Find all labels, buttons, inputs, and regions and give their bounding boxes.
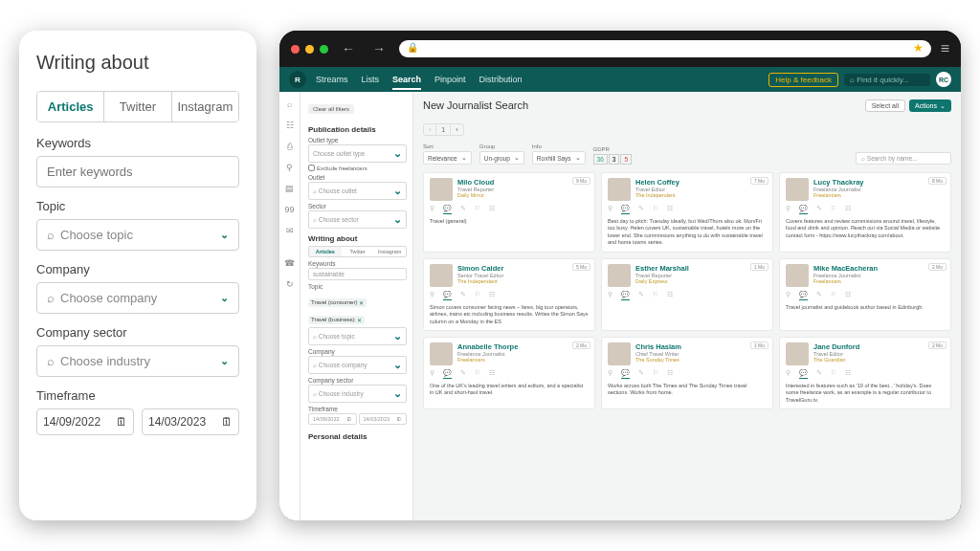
search-by-name-input[interactable]: ⌕ Search by name...: [856, 152, 951, 165]
actions-button[interactable]: Actions⌄: [909, 99, 951, 112]
journalist-card[interactable]: 1 MoEsther MarshallTravel ReporterDaily …: [601, 258, 773, 331]
journalist-outlet[interactable]: Freelancers: [457, 357, 518, 363]
chat-icon[interactable]: 💬: [443, 369, 452, 379]
close-window[interactable]: [291, 45, 300, 54]
mini-tab-articles[interactable]: Articles: [309, 247, 342, 256]
grid-icon[interactable]: ☷: [845, 291, 851, 300]
grid-icon[interactable]: ☷: [667, 205, 673, 214]
chat-icon[interactable]: 💬: [621, 369, 630, 379]
journalist-outlet[interactable]: Daily Mirror: [457, 192, 494, 198]
mini-tab-twitter[interactable]: Twitter: [342, 247, 374, 256]
pager-next[interactable]: ›: [451, 124, 462, 135]
checkbox-input[interactable]: [308, 165, 315, 171]
keywords-input[interactable]: [36, 156, 239, 187]
profile-icon[interactable]: ⚲: [608, 291, 612, 300]
journalist-card[interactable]: 2 MoAnnabelle ThorpeFreelance Journalist…: [423, 337, 595, 409]
journalist-card[interactable]: 7 MoHelen CoffeyTravel EditorThe Indepen…: [601, 172, 773, 253]
nav-distribution[interactable]: Distribution: [479, 69, 523, 90]
flag-icon[interactable]: ⚐: [475, 205, 480, 214]
journalist-outlet[interactable]: The Guardian: [813, 357, 859, 363]
tab-instagram[interactable]: Instagram: [171, 92, 238, 121]
company-select[interactable]: ⌕Choose company⌄: [36, 282, 239, 314]
profile-icon[interactable]: ⚲: [430, 205, 434, 214]
edit-icon[interactable]: ✎: [460, 369, 466, 379]
grid-icon[interactable]: ☷: [489, 369, 495, 379]
rail-grid-icon[interactable]: ☷: [286, 121, 294, 130]
profile-icon[interactable]: ⚲: [608, 205, 612, 214]
sidebar-date-from[interactable]: 14/09/2022🗓: [308, 413, 357, 425]
profile-icon[interactable]: ⚲: [786, 291, 791, 300]
quick-search-input[interactable]: ⌕ Find it quickly...: [844, 74, 930, 86]
grid-icon[interactable]: ☷: [489, 291, 495, 300]
journalist-name[interactable]: Simon Calder: [457, 264, 503, 273]
rail-refresh-icon[interactable]: ↻: [286, 279, 294, 289]
edit-icon[interactable]: ✎: [816, 291, 822, 300]
journalist-card[interactable]: 2 MoJane DunfordTravel EditorThe Guardia…: [779, 337, 951, 409]
date-from-input[interactable]: 14/09/2022🗓: [36, 408, 134, 435]
remove-tag-icon[interactable]: ✕: [359, 299, 364, 306]
chat-icon[interactable]: 💬: [799, 205, 808, 214]
rail-mail-icon[interactable]: ✉: [286, 226, 294, 235]
remove-tag-icon[interactable]: ✕: [357, 317, 362, 323]
journalist-card[interactable]: 5 MoSimon CalderSenior Travel EditorThe …: [423, 258, 595, 331]
url-bar[interactable]: 🔒 ★: [399, 40, 931, 57]
edit-icon[interactable]: ✎: [460, 291, 466, 300]
journalist-card[interactable]: 8 MoLucy ThackrayFreelance JournalistFre…: [779, 172, 951, 253]
edit-icon[interactable]: ✎: [460, 205, 466, 214]
grid-icon[interactable]: ☷: [489, 205, 495, 214]
browser-menu[interactable]: ≡: [941, 40, 949, 57]
select-all-button[interactable]: Select all: [865, 99, 905, 112]
profile-icon[interactable]: ⚲: [786, 205, 791, 214]
minimize-window[interactable]: [305, 45, 314, 54]
grid-icon[interactable]: ☷: [667, 369, 673, 379]
rail-count-icon[interactable]: 99: [284, 205, 294, 214]
group-select[interactable]: Un-group⌄: [479, 151, 524, 165]
browser-back[interactable]: ←: [338, 41, 359, 56]
flag-icon[interactable]: ⚐: [653, 369, 658, 379]
edit-icon[interactable]: ✎: [816, 369, 822, 379]
profile-icon[interactable]: ⚲: [430, 291, 434, 300]
journalist-card[interactable]: 2 MoMike MacEacheranFreelance Journalist…: [779, 258, 951, 331]
nav-pinpoint[interactable]: Pinpoint: [434, 69, 466, 90]
tab-twitter[interactable]: Twitter: [103, 92, 170, 121]
tab-articles[interactable]: Articles: [37, 92, 103, 121]
journalist-name[interactable]: Milo Cloud: [457, 178, 494, 187]
user-avatar[interactable]: RC: [936, 72, 951, 87]
journalist-outlet[interactable]: The Independent: [635, 192, 679, 198]
star-icon[interactable]: ★: [913, 41, 924, 55]
outlet-type-select[interactable]: Choose outlet type⌄: [308, 144, 407, 163]
clear-filters-button[interactable]: Clear all filters: [308, 104, 354, 114]
journalist-name[interactable]: Esther Marshall: [635, 264, 689, 273]
sort-select[interactable]: Relevance⌄: [423, 151, 472, 165]
gdpr-ok[interactable]: 36: [593, 154, 608, 165]
edit-icon[interactable]: ✎: [816, 205, 822, 214]
grid-icon[interactable]: ☷: [667, 291, 673, 300]
chat-icon[interactable]: 💬: [799, 369, 808, 379]
rail-list-icon[interactable]: ▤: [285, 184, 294, 193]
journalist-name[interactable]: Annabelle Thorpe: [457, 342, 518, 351]
gdpr-denied[interactable]: 5: [620, 154, 632, 165]
rail-search-icon[interactable]: ⌕: [287, 99, 292, 109]
brand-logo[interactable]: R: [289, 71, 306, 88]
nav-streams[interactable]: Streams: [316, 69, 348, 90]
flag-icon[interactable]: ⚐: [653, 205, 658, 214]
journalist-outlet[interactable]: Daily Express: [635, 278, 689, 284]
sidebar-sector-select[interactable]: ⌕ Choose sector⌄: [308, 210, 407, 229]
gdpr-pending[interactable]: 3: [609, 154, 620, 165]
journalist-outlet[interactable]: The Independent: [457, 278, 503, 284]
edit-icon[interactable]: ✎: [638, 369, 644, 379]
edit-icon[interactable]: ✎: [638, 205, 644, 214]
sidebar-keywords-field[interactable]: sustainable: [308, 268, 407, 280]
flag-icon[interactable]: ⚐: [475, 291, 480, 300]
help-feedback-button[interactable]: Help & feedback: [768, 73, 838, 87]
topic-select[interactable]: ⌕Choose topic⌄: [36, 219, 239, 251]
chat-icon[interactable]: 💬: [443, 291, 452, 300]
info-select[interactable]: Roxhill Says⌄: [532, 151, 586, 165]
sidebar-date-to[interactable]: 14/03/2023🗓: [359, 413, 408, 425]
sector-select[interactable]: ⌕Choose industry⌄: [36, 345, 239, 377]
profile-icon[interactable]: ⚲: [786, 369, 791, 379]
grid-icon[interactable]: ☷: [845, 369, 851, 379]
chat-icon[interactable]: 💬: [443, 205, 452, 214]
nav-search[interactable]: Search: [392, 69, 421, 90]
journalist-outlet[interactable]: The Sunday Times: [635, 357, 681, 363]
